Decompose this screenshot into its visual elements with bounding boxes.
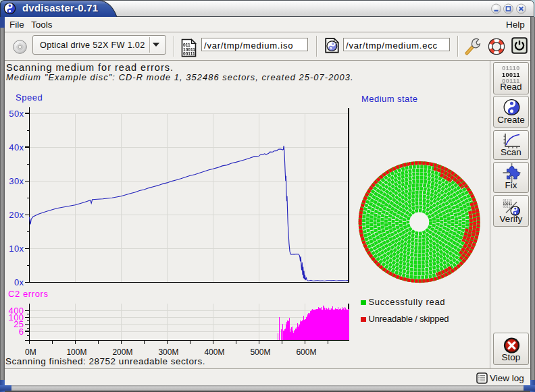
svg-text:00111: 00111 bbox=[183, 51, 195, 56]
